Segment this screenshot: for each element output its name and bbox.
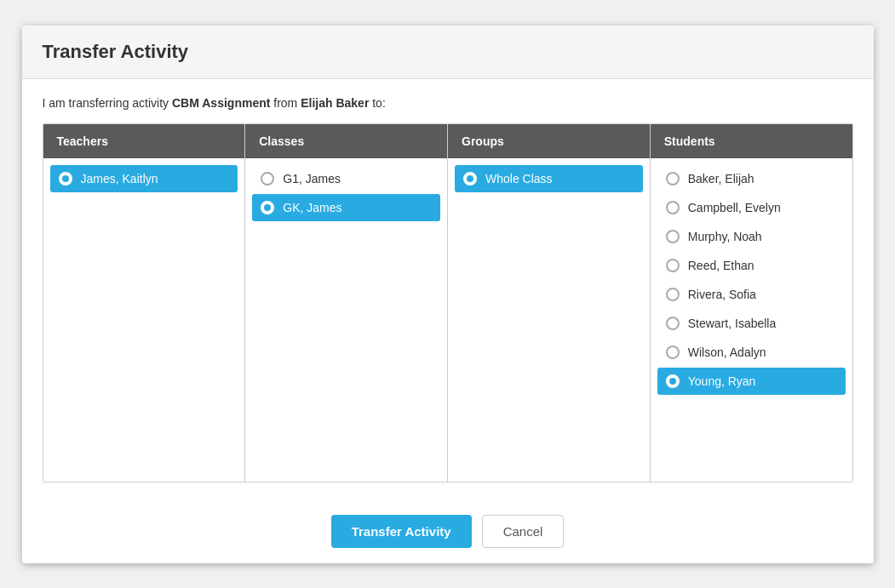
item-label: Wilson, Adalyn (688, 345, 766, 359)
teachers-column: Teachers James, Kaitlyn (43, 124, 246, 482)
item-label: Rivera, Sofia (688, 288, 756, 301)
radio-inner (264, 204, 271, 211)
list-item[interactable]: Campbell, Evelyn (657, 194, 846, 221)
item-label: Campbell, Evelyn (688, 201, 781, 214)
list-item[interactable]: Murphy, Noah (657, 223, 846, 250)
radio-icon (666, 172, 680, 186)
radio-icon (666, 374, 680, 388)
modal-body: I am transferring activity CBM Assignmen… (22, 79, 874, 500)
radio-icon (666, 288, 680, 301)
classes-column: Classes G1, James GK, James (245, 124, 448, 482)
list-item[interactable]: G1, James (252, 165, 440, 192)
radio-icon (59, 172, 72, 186)
list-item[interactable]: James, Kaitlyn (50, 165, 238, 192)
transfer-description: I am transferring activity CBM Assignmen… (43, 96, 853, 110)
students-column: Students Baker, Elijah Campbell, Evelyn … (651, 124, 852, 482)
list-item[interactable]: Reed, Ethan (657, 252, 846, 279)
item-label: James, Kaitlyn (81, 172, 158, 186)
radio-icon (666, 317, 680, 330)
item-label: GK, James (283, 201, 341, 214)
cancel-button[interactable]: Cancel (482, 515, 565, 548)
students-header: Students (651, 124, 852, 158)
groups-header: Groups (448, 124, 650, 158)
transfer-activity-button[interactable]: Transfer Activity (331, 515, 472, 548)
radio-inner (669, 378, 676, 385)
desc-from: from (270, 96, 301, 110)
item-label: Baker, Elijah (688, 172, 754, 186)
list-item[interactable]: Whole Class (455, 165, 643, 192)
classes-body: G1, James GK, James (245, 158, 447, 482)
columns-container: Teachers James, Kaitlyn Classes G1, Jame… (43, 123, 853, 482)
radio-inner (467, 175, 473, 182)
item-label: Reed, Ethan (688, 259, 754, 272)
modal-header: Transfer Activity (22, 26, 874, 79)
radio-icon (261, 201, 274, 214)
groups-column: Groups Whole Class (448, 124, 651, 482)
modal-title: Transfer Activity (43, 41, 853, 63)
item-label: Young, Ryan (688, 374, 756, 388)
activity-name: CBM Assignment (172, 96, 270, 110)
list-item[interactable]: Young, Ryan (657, 368, 846, 395)
radio-inner (62, 175, 69, 182)
radio-icon (666, 345, 680, 359)
list-item[interactable]: Wilson, Adalyn (657, 339, 846, 366)
teachers-header: Teachers (43, 124, 245, 158)
list-item[interactable]: GK, James (252, 194, 440, 221)
radio-icon (666, 259, 680, 272)
item-label: Murphy, Noah (688, 230, 762, 243)
students-body: Baker, Elijah Campbell, Evelyn Murphy, N… (651, 158, 852, 482)
from-name: Elijah Baker (301, 96, 369, 110)
transfer-activity-modal: Transfer Activity I am transferring acti… (22, 26, 874, 563)
desc-to: to: (369, 96, 385, 110)
list-item[interactable]: Stewart, Isabella (657, 310, 846, 337)
list-item[interactable]: Baker, Elijah (657, 165, 846, 192)
teachers-body: James, Kaitlyn (43, 158, 245, 482)
radio-icon (261, 172, 274, 186)
radio-icon (463, 172, 477, 186)
radio-icon (666, 201, 680, 214)
item-label: Whole Class (485, 172, 553, 186)
modal-footer: Transfer Activity Cancel (22, 500, 874, 563)
classes-header: Classes (245, 124, 447, 158)
item-label: G1, James (283, 172, 341, 186)
desc-prefix: I am transferring activity (43, 96, 173, 110)
radio-icon (666, 230, 680, 243)
item-label: Stewart, Isabella (688, 317, 777, 330)
list-item[interactable]: Rivera, Sofia (657, 281, 846, 308)
groups-body: Whole Class (448, 158, 650, 482)
